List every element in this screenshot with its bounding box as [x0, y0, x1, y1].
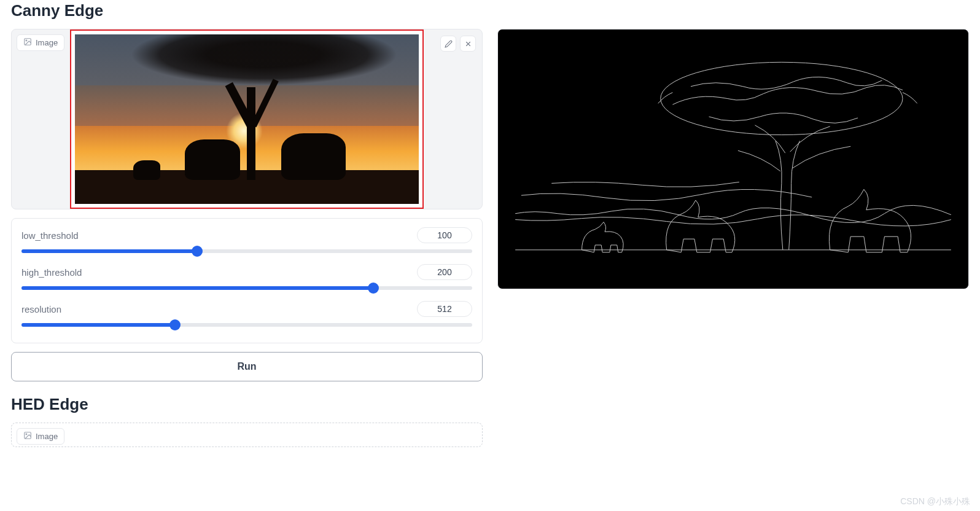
slider-track[interactable]: [21, 286, 472, 290]
slider-value-input[interactable]: 100: [417, 227, 472, 243]
clear-image-button[interactable]: [460, 36, 476, 52]
image-badge-label: Image: [36, 38, 58, 47]
slider-track[interactable]: [21, 323, 472, 327]
hed-input-image-panel[interactable]: Image: [11, 423, 483, 447]
svg-point-4: [661, 62, 903, 135]
image-icon: [23, 431, 32, 442]
slider-thumb[interactable]: [192, 246, 203, 257]
slider-high-threshold: high_threshold 200: [21, 264, 472, 290]
slider-value-input[interactable]: 512: [417, 301, 472, 317]
sliders-panel: low_threshold 100 high_threshold 200: [11, 218, 483, 343]
output-image-panel: [497, 29, 969, 289]
input-image-panel[interactable]: Image: [11, 29, 483, 209]
uploaded-image-highlight: [70, 29, 424, 209]
section-title-hed: HED Edge: [11, 395, 969, 414]
slider-track[interactable]: [21, 249, 472, 253]
slider-thumb[interactable]: [368, 283, 379, 294]
section-title-canny: Canny Edge: [11, 1, 969, 20]
slider-label: low_threshold: [21, 230, 79, 241]
image-badge-label: Image: [36, 432, 58, 441]
slider-value-input[interactable]: 200: [417, 264, 472, 280]
slider-label: resolution: [21, 304, 61, 314]
image-badge: Image: [17, 34, 64, 51]
pencil-icon: [445, 40, 453, 48]
image-icon: [23, 37, 32, 48]
image-badge: Image: [17, 428, 64, 445]
edit-image-button[interactable]: [440, 36, 456, 52]
close-icon: [464, 40, 472, 48]
output-edge-image: [500, 32, 966, 286]
slider-low-threshold: low_threshold 100: [21, 227, 472, 253]
uploaded-image: [75, 34, 419, 204]
svg-point-1: [26, 40, 27, 41]
slider-label: high_threshold: [21, 267, 82, 278]
svg-point-6: [26, 434, 27, 435]
run-button[interactable]: Run: [11, 352, 483, 381]
slider-thumb[interactable]: [169, 319, 181, 330]
slider-resolution: resolution 512: [21, 301, 472, 327]
